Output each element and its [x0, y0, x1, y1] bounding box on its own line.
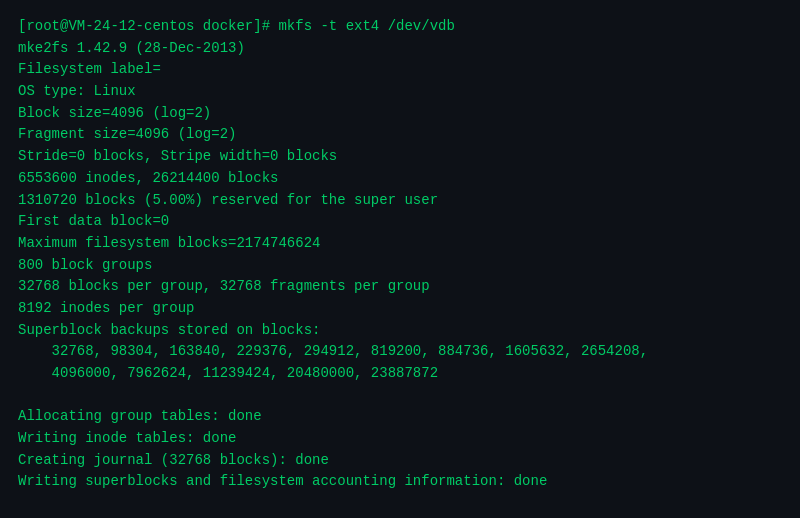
terminal-line-maxfs: Maximum filesystem blocks=2174746624: [18, 233, 782, 255]
terminal-line-blockgroups: 800 block groups: [18, 255, 782, 277]
terminal-line-sb1: 32768, 98304, 163840, 229376, 294912, 81…: [18, 341, 782, 363]
terminal-line-inodesgroup: 8192 inodes per group: [18, 298, 782, 320]
terminal-window: [root@VM-24-12-centos docker]# mkfs -t e…: [0, 0, 800, 518]
terminal-line-fragsize: Fragment size=4096 (log=2): [18, 124, 782, 146]
terminal-line-firstdata: First data block=0: [18, 211, 782, 233]
terminal-line-writing: Writing superblocks and filesystem accou…: [18, 471, 782, 493]
terminal-line-reserved: 1310720 blocks (5.00%) reserved for the …: [18, 190, 782, 212]
terminal-line-superblock: Superblock backups stored on blocks:: [18, 320, 782, 342]
terminal-line-inode: Writing inode tables: done: [18, 428, 782, 450]
terminal-line-ostype: OS type: Linux: [18, 81, 782, 103]
terminal-line-inodes: 6553600 inodes, 26214400 blocks: [18, 168, 782, 190]
terminal-line-journal: Creating journal (32768 blocks): done: [18, 450, 782, 472]
terminal-blank-line: [18, 385, 782, 407]
terminal-line-label: Filesystem label=: [18, 59, 782, 81]
terminal-line-blocksize: Block size=4096 (log=2): [18, 103, 782, 125]
terminal-line-prompt: [root@VM-24-12-centos docker]# mkfs -t e…: [18, 16, 782, 38]
terminal-line-pergroup: 32768 blocks per group, 32768 fragments …: [18, 276, 782, 298]
terminal-line-alloc: Allocating group tables: done: [18, 406, 782, 428]
terminal-line-sb2: 4096000, 7962624, 11239424, 20480000, 23…: [18, 363, 782, 385]
terminal-line-mke2fs: mke2fs 1.42.9 (28-Dec-2013): [18, 38, 782, 60]
terminal-line-stride: Stride=0 blocks, Stripe width=0 blocks: [18, 146, 782, 168]
